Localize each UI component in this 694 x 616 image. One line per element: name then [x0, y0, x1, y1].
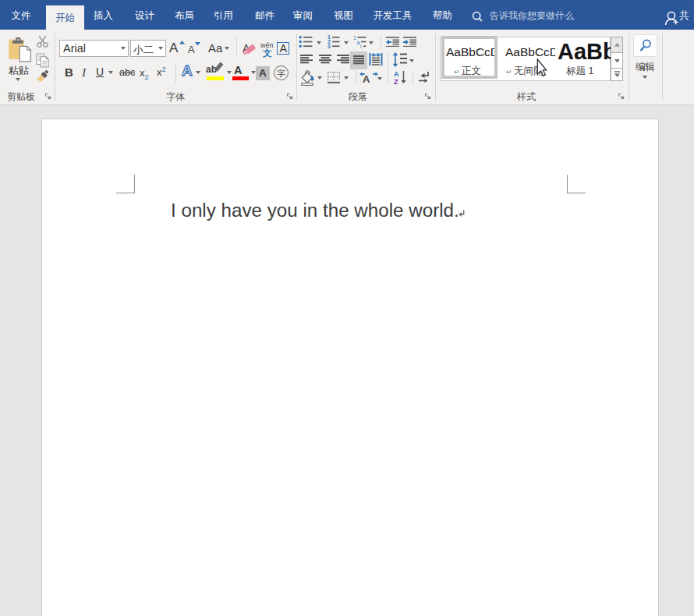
- svg-text:i: i: [360, 44, 362, 48]
- svg-text:1: 1: [353, 35, 356, 41]
- svg-text:a: a: [357, 40, 360, 45]
- svg-text:A: A: [394, 70, 399, 78]
- svg-text:Z: Z: [394, 78, 398, 85]
- svg-text:3: 3: [328, 44, 331, 48]
